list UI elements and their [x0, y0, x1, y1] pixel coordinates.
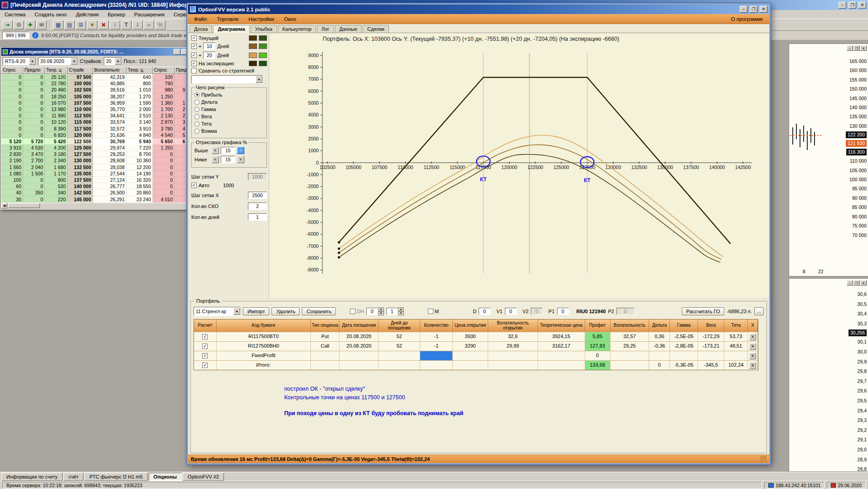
board-cell[interactable]: 38,207 — [93, 93, 126, 100]
positions-col-header[interactable]: Дней до погашения — [378, 320, 420, 332]
position-cell[interactable]: 5,85 — [585, 332, 611, 341]
spinner-value[interactable]: 0 — [366, 308, 378, 315]
board-cell[interactable]: 102 500 — [68, 87, 93, 93]
info-icon[interactable]: i — [110, 20, 120, 29]
board-cell[interactable]: 0 — [23, 87, 45, 93]
resize-grip[interactable] — [760, 456, 766, 462]
board-row[interactable]: 2 1902 7002 340130 00028,60810 36000 — [1, 157, 196, 164]
tab-Диаграмма[interactable]: Диаграмма — [213, 25, 249, 33]
tab-Доска[interactable]: Доска — [189, 25, 212, 33]
board-cell[interactable]: 14 190 — [126, 170, 153, 177]
board-col-header[interactable]: Теор. ц — [45, 67, 68, 74]
spin-down-icon[interactable]: ▼ — [378, 311, 384, 315]
menu-item-Действия[interactable]: Действия — [71, 11, 103, 18]
menu-item-Файл[interactable]: Файл — [189, 15, 212, 23]
board-cell[interactable]: 0 — [1, 74, 23, 80]
board-cell[interactable]: 0 — [1, 119, 23, 125]
render-percent-input[interactable] — [221, 156, 235, 163]
position-cell[interactable]: 102,24 — [724, 361, 748, 370]
board-col-header[interactable]: Предло — [23, 67, 45, 74]
board-cell[interactable]: 0 — [23, 177, 45, 183]
board-row[interactable]: 1 5602 0401 680132 50028,03812 20000 — [1, 164, 196, 170]
board-cell[interactable]: 1 250 — [153, 93, 175, 100]
position-cell[interactable]: 53,73 — [724, 332, 748, 341]
position-cell[interactable]: 133,68 — [585, 361, 611, 370]
position-cell[interactable]: 3924,15 — [538, 332, 585, 341]
position-cell[interactable] — [611, 361, 650, 370]
board-cell[interactable]: 117 500 — [68, 126, 93, 132]
position-cell[interactable]: 3162,17 — [538, 342, 585, 351]
days-count-input[interactable] — [248, 213, 267, 221]
news-ticker[interactable]: 9:50:06 [FORTS] Contacts for liquidity p… — [41, 33, 192, 38]
position-cell[interactable]: 32,57 — [611, 332, 650, 341]
board-cell[interactable]: 0 — [153, 151, 175, 157]
board-cell[interactable]: 1 170 — [45, 170, 68, 177]
instrument-select[interactable]: RTS-9.20 ▼ — [3, 57, 36, 65]
position-row[interactable]: ✓RI127500BH0Call20.08.202052-1329029,993… — [194, 341, 758, 351]
position-row[interactable]: ✓Итого:133,680-5,3E-05-345,5102,24X — [194, 360, 758, 370]
workspace-tab-РТС фьючерс D H1 m5[interactable]: РТС фьючерс D H1 m5 — [84, 473, 147, 481]
board-cell[interactable]: 105 000 — [68, 93, 93, 100]
board-cell[interactable]: 142 500 — [68, 189, 93, 196]
position-cell[interactable] — [538, 361, 585, 370]
board-col-header[interactable]: Волатильно — [93, 67, 126, 74]
board-cell[interactable]: 3 470 — [23, 151, 45, 157]
board-cell[interactable]: 36,959 — [93, 100, 126, 106]
board-cell[interactable]: 3 140 — [126, 119, 153, 125]
positions-col-header[interactable]: Теоретическая цена — [538, 320, 585, 332]
board-cell[interactable]: 112 500 — [68, 112, 93, 119]
board-cell[interactable]: 0 — [23, 100, 45, 106]
board-cell[interactable]: 1 010 — [126, 87, 153, 93]
board-cell[interactable]: 4 530 — [23, 145, 45, 151]
board-cell[interactable]: 60 — [1, 183, 23, 189]
board-cell[interactable]: 5 650 — [153, 138, 175, 145]
quotes-icon[interactable]: ▤ — [64, 20, 75, 29]
board-cell[interactable]: 39,516 — [93, 87, 126, 93]
remove-row-button[interactable]: X — [749, 353, 756, 359]
board-row[interactable]: 0013 980110 00035,7702 0001 7002 100 — [1, 106, 196, 112]
board-cell[interactable]: 0 — [23, 132, 45, 138]
board-cell[interactable]: 16 320 — [126, 177, 153, 183]
positions-col-header[interactable]: Волатильность — [611, 320, 650, 332]
auto-grid-checkbox[interactable]: ✓ — [191, 183, 197, 188]
board-cell[interactable]: 5 720 — [23, 138, 45, 145]
board-cell[interactable]: 20 490 — [45, 87, 68, 93]
minimize-icon[interactable]: – — [740, 6, 747, 13]
tab-Улыбка[interactable]: Улыбка — [251, 25, 277, 33]
position-cell[interactable]: -1 — [420, 342, 453, 351]
position-cell[interactable]: 20.08.2020 — [339, 332, 378, 341]
delete-button[interactable]: Удалить — [272, 307, 300, 315]
chevron-down-icon[interactable]: ▼ — [29, 58, 36, 65]
board-cell[interactable]: 26,500 — [93, 189, 126, 196]
position-cell[interactable] — [378, 351, 420, 360]
position-cell[interactable]: 52 — [378, 342, 420, 351]
expiry-select[interactable]: 20.08.2020 ▼ — [38, 57, 78, 65]
board-cell[interactable]: 120 000 — [68, 132, 93, 138]
position-cell[interactable]: 0 — [649, 361, 670, 370]
board-cell[interactable]: 33,574 — [93, 119, 126, 125]
series-checkbox[interactable]: ✓ — [191, 35, 197, 41]
board-cell[interactable]: 20 860 — [126, 189, 153, 196]
board-cell[interactable]: 26,777 — [93, 183, 126, 189]
board-row[interactable]: 0010 120115 00033,5743 1402 8703 350 — [1, 119, 196, 125]
options-board-titlebar[interactable]: Доска опционов [RTS-9.20, 20.08.2020, FO… — [1, 48, 196, 56]
position-cell[interactable] — [538, 351, 585, 360]
save-button[interactable]: Сохранить — [302, 307, 336, 315]
position-cell[interactable]: 127,83 — [585, 342, 611, 351]
board-row[interactable]: 0020 490102 50039,5161 0109809 990 — [1, 87, 196, 93]
increase-icon[interactable]: > — [237, 147, 244, 154]
remove-row-button[interactable]: X — [749, 362, 756, 369]
position-cell[interactable] — [339, 351, 378, 360]
position-cell[interactable]: 52 — [378, 332, 420, 341]
position-cell[interactable] — [378, 361, 420, 370]
board-cell[interactable]: 145 000 — [68, 196, 93, 203]
board-cell[interactable]: 110 000 — [68, 106, 93, 112]
position-cell[interactable]: 29,99 — [488, 342, 538, 351]
board-row[interactable]: 300220145 00026,29123 2404 0100 — [1, 196, 196, 203]
position-cell[interactable] — [453, 361, 488, 370]
dh-spinner-1[interactable]: 0 ▲▼ — [366, 307, 384, 315]
board-cell[interactable]: 2 830 — [1, 151, 23, 157]
board-row[interactable]: 006 820120 00031,6364 8404 5405 140 — [1, 132, 196, 138]
board-cell[interactable]: 0 — [23, 126, 45, 132]
restore-icon[interactable]: ❐ — [853, 45, 860, 51]
